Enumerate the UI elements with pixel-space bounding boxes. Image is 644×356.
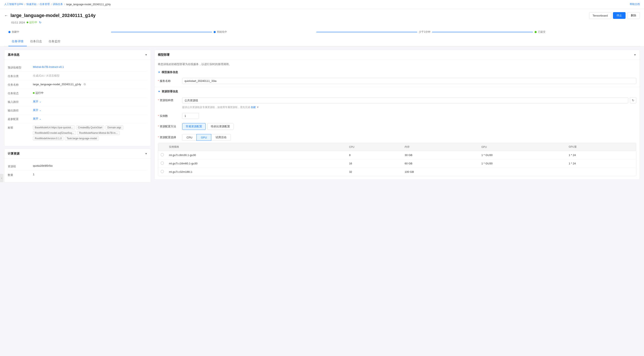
row-2-memory: 100 GB (402, 168, 479, 176)
sidebar-collapse-btn[interactable]: ‹ (0, 174, 3, 182)
compute-resource-collapse-icon[interactable]: ▼ (145, 152, 147, 155)
resource-select-cpu[interactable]: CPU (182, 134, 197, 141)
row-2-gpu-mem (566, 168, 636, 176)
row-0-radio-cell (158, 151, 166, 159)
output-path-expand[interactable]: 展开 ⌄ (33, 108, 41, 112)
progress-bar: 创建中 初始化中 少于1分钟 已提交 (4, 27, 640, 37)
breadcrumb: 人工智能平台PAI / 快速开始 / 任务管理 / 训练任务 / large_l… (0, 0, 644, 9)
step-label-2: 已提交 (538, 30, 546, 34)
task-date: 01/11 2024 (11, 21, 25, 24)
status-text: 运行中 (29, 20, 37, 24)
back-button[interactable]: ← (4, 13, 8, 18)
hyper-config-label: 超参配置 (8, 117, 33, 121)
th-spec: 实例规格 (166, 143, 346, 151)
input-path-label: 输入路径 (8, 100, 33, 104)
row-0-gpu-mem: 1 * 24 (566, 151, 636, 159)
content-area: 基本信息 ▼ 预训练模型 Mixtral-8x7B-Instruct-v0.1 … (0, 46, 644, 352)
progress-step-2: 已提交 (534, 30, 636, 34)
table-header-row: 实例规格 CPU 内存 GPU GPU显 (158, 143, 636, 151)
basic-info-collapse-icon[interactable]: ▼ (145, 53, 147, 56)
model-deploy-title: 模型部署 (158, 53, 170, 57)
form-row-output: 输出路径 展开 ⌄ (8, 106, 147, 115)
step-dot-1 (214, 31, 216, 33)
input-path-expand[interactable]: 展开 ⌄ (33, 100, 41, 103)
step-label-1: 初始化中 (217, 30, 227, 34)
resource-group-label: 资源组 (8, 164, 33, 168)
breadcrumb-item-0[interactable]: 人工智能平台PAI (4, 2, 23, 6)
row-2-spec: ml.gu7i.c32m188.1- (166, 168, 346, 176)
instance-table: 实例规格 CPU 内存 GPU GPU显 ml.gu7i.c8m30. (158, 143, 636, 176)
deploy-description: 将您训练好的模型部署为在线服务，以进行实时的推理调用。 (154, 60, 640, 69)
method-btn-normal[interactable]: 常规资源配置 (182, 123, 206, 130)
create-resource-link[interactable]: 创建 (251, 106, 256, 109)
resource-select-gpu[interactable]: GPU (196, 134, 211, 141)
table-row: ml.gu7i.c16m60.1-gu30 16 60 GB 1 * GU30 … (158, 159, 636, 168)
row-1-memory: 60 GB (402, 159, 479, 168)
tab-task-log[interactable]: 任务日志 (27, 37, 45, 46)
method-btn-cost[interactable]: 性价比资源配置 (207, 123, 234, 130)
tag-5: RootModelVersion:0.1.0 (33, 136, 64, 141)
form-row-category: 任务分类 生成式AI / 大语言模型 (8, 72, 147, 80)
count-value: 1 (33, 173, 147, 176)
model-deploy-collapse-icon[interactable]: ▼ (634, 53, 636, 56)
form-row-pretrain: 预训练模型 Mixtral-8x7B-Instruct-v0.1 (8, 63, 147, 72)
compute-resource-card: 计算资源 ▼ 资源组 quota16tri85r5io 数量 1 (4, 149, 151, 182)
task-status-value: 运行中 (33, 91, 147, 95)
step-dot-0 (8, 31, 10, 33)
compute-resource-body: 资源组 quota16tri85r5io 数量 1 (4, 159, 151, 182)
row-1-radio[interactable] (160, 162, 164, 165)
row-0-radio[interactable] (160, 153, 164, 157)
task-category-label: 任务分类 (8, 74, 33, 78)
task-name-label: 任务名称 (8, 82, 33, 87)
tab-task-monitor[interactable]: 任务监控 (45, 37, 64, 46)
page-title: large_language-model_20240111_g14y (10, 13, 96, 18)
divider-1 (154, 87, 640, 87)
expand-icon-output: ⌄ (39, 109, 41, 112)
breadcrumb-item-3[interactable]: 训练任务 (53, 2, 63, 6)
resource-group-select-row: 公共资源组 ↻ (182, 97, 636, 103)
breadcrumb-item-1[interactable]: 快速开始 (26, 2, 36, 6)
resource-group-select[interactable]: 公共资源组 (182, 97, 628, 103)
instance-table-container: 实例规格 CPU 内存 GPU GPU显 ml.gu7i.c8m30. (158, 143, 636, 176)
form-row-count: 数量 1 (8, 171, 147, 179)
tensorboard-button[interactable]: Tensorboard (589, 12, 611, 19)
stop-button[interactable]: 停止 (613, 12, 626, 19)
table-row: ml.gu7i.c8m30.1-gu30 8 30 GB 1 * GU30 1 … (158, 151, 636, 159)
required-star-5: * (158, 136, 159, 139)
copy-icon[interactable]: ⧉ (84, 82, 86, 86)
th-cpu: CPU (346, 143, 402, 151)
task-status-label: 任务状态 (8, 91, 33, 95)
row-2-cpu: 32 (346, 168, 402, 176)
status-dot-icon (26, 21, 28, 23)
instance-count-input[interactable] (182, 113, 199, 119)
service-info-arrow[interactable]: ▼ (158, 71, 160, 74)
right-panel: 模型部署 ▼ 将您训练好的模型部署为在线服务，以进行实时的推理调用。 ▼ 模型服… (154, 50, 640, 349)
pretrain-model-value[interactable]: Mixtral-8x7B-Instruct-v0.1 (33, 65, 147, 68)
row-2-radio[interactable] (160, 170, 164, 173)
breadcrumb-item-2[interactable]: 任务管理 (40, 2, 50, 6)
resource-select-trial[interactable]: 试用活动 (211, 134, 231, 141)
tag-3: RootModelID:model-aq52owz6sq... (33, 131, 76, 135)
step-dot-2 (534, 31, 537, 33)
form-row-status: 任务状态 运行中 (8, 89, 147, 98)
service-name-input[interactable] (182, 78, 636, 84)
resource-group-type-field: * 资源组种类 公共资源组 ↻ (154, 95, 640, 106)
resource-group-hint: 提供公共资源组及专属资源组，如使用专属资源组，需先完成 创建 ▼ (154, 106, 640, 111)
delete-button[interactable]: 删除 (627, 12, 640, 19)
compute-resource-header: 计算资源 ▼ (4, 149, 151, 159)
help-link[interactable]: 帮助文档 (630, 2, 640, 6)
resource-deploy-section-header: ▼ 资源部署信息 (154, 88, 640, 95)
required-star: * (158, 79, 159, 82)
refresh-icon[interactable]: ↻ (39, 21, 42, 24)
step-line-2 (432, 32, 533, 32)
resource-group-refresh-btn[interactable]: ↻ (630, 97, 636, 103)
tab-task-detail[interactable]: 任务详情 (8, 37, 27, 46)
pretrain-model-label: 预训练模型 (8, 65, 33, 69)
back-icon: ← (4, 13, 8, 18)
resource-method-label: * 资源配置方法 (158, 125, 179, 128)
count-label: 数量 (8, 173, 33, 177)
resource-select-field: * 资源配置选择 CPU GPU 试用活动 (154, 132, 640, 143)
compute-resource-title: 计算资源 (8, 152, 20, 156)
hyper-config-expand[interactable]: 展开 ⌄ (33, 117, 41, 121)
resource-deploy-arrow[interactable]: ▼ (158, 90, 160, 93)
